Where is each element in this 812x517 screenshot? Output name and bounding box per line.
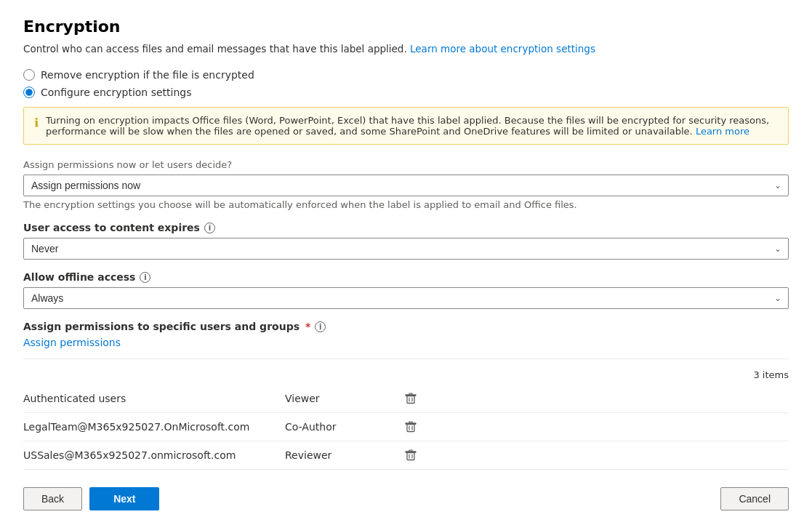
required-star: * — [305, 321, 310, 332]
assign-permissions-label: Assign permissions to specific users and… — [23, 321, 300, 332]
svg-rect-1 — [407, 396, 414, 404]
assign-permissions-label-row: Assign permissions to specific users and… — [23, 321, 789, 332]
table-divider — [23, 358, 789, 359]
warning-box: ℹ Turning on encryption impacts Office f… — [23, 107, 789, 145]
trash-icon-2 — [404, 449, 417, 462]
back-button[interactable]: Back — [23, 487, 82, 510]
user-access-label-row: User access to content expires i — [23, 222, 789, 233]
row-action-0 — [401, 390, 789, 406]
encryption-radio-group: Remove encryption if the file is encrypt… — [23, 69, 789, 98]
permissions-table: Authenticated users Viewer LegalTeam@M36… — [23, 385, 789, 470]
offline-access-label: Allow offline access — [23, 271, 135, 283]
delete-row-2-button[interactable] — [401, 447, 420, 463]
warning-learn-more-link[interactable]: Learn more — [696, 126, 749, 137]
permissions-dropdown-label: Assign permissions now or let users deci… — [23, 159, 789, 170]
radio-configure-encryption-input[interactable] — [23, 87, 35, 98]
offline-access-section: Allow offline access i Always Only for a… — [23, 271, 789, 309]
offline-access-info-icon[interactable]: i — [140, 272, 150, 283]
row-role-reviewer: Reviewer — [285, 449, 401, 461]
offline-access-dropdown[interactable]: Always Only for a number of days Never — [23, 287, 789, 309]
assign-permissions-link[interactable]: Assign permissions — [23, 337, 121, 348]
page-title: Encryption — [23, 17, 789, 36]
info-icon: ℹ — [34, 116, 39, 129]
table-row: USSales@M365x925027.onmicrosoft.com Revi… — [23, 441, 789, 470]
page-subtitle: Control who can access files and email m… — [23, 43, 789, 55]
user-access-dropdown[interactable]: Never On a specific date A number of day… — [23, 238, 789, 260]
row-role-coauthor: Co-Author — [285, 421, 401, 433]
row-action-2 — [401, 447, 789, 463]
row-role-viewer: Viewer — [285, 393, 401, 404]
user-access-info-icon[interactable]: i — [204, 223, 215, 233]
footer-right: Cancel — [720, 487, 789, 510]
radio-remove-encryption-input[interactable] — [23, 69, 35, 81]
trash-icon-0 — [404, 392, 417, 405]
offline-access-label-row: Allow offline access i — [23, 271, 789, 283]
row-name-ussales: USSales@M365x925027.onmicrosoft.com — [23, 449, 285, 461]
cancel-button[interactable]: Cancel — [720, 487, 789, 510]
trash-icon-1 — [404, 420, 417, 433]
row-action-1 — [401, 419, 789, 435]
row-name-legalteam: LegalTeam@M365x925027.OnMicrosoft.com — [23, 421, 285, 433]
permissions-dropdown[interactable]: Assign permissions now Let users assign … — [23, 175, 789, 196]
assign-permissions-info-icon[interactable]: i — [315, 321, 326, 332]
radio-remove-encryption[interactable]: Remove encryption if the file is encrypt… — [23, 69, 789, 81]
radio-configure-encryption[interactable]: Configure encryption settings — [23, 87, 789, 98]
permissions-dropdown-wrapper: Assign permissions now Let users assign … — [23, 175, 789, 196]
permissions-helper-text: The encryption settings you choose will … — [23, 199, 789, 210]
warning-text: Turning on encryption impacts Office fil… — [46, 115, 769, 137]
next-button[interactable]: Next — [89, 487, 159, 510]
table-row: LegalTeam@M365x925027.OnMicrosoft.com Co… — [23, 413, 789, 441]
items-count: 3 items — [23, 369, 789, 380]
offline-access-dropdown-wrapper: Always Only for a number of days Never ⌄ — [23, 287, 789, 309]
radio-configure-encryption-label[interactable]: Configure encryption settings — [41, 87, 192, 98]
delete-row-1-button[interactable] — [401, 419, 420, 435]
user-access-section: User access to content expires i Never O… — [23, 222, 789, 260]
user-access-dropdown-wrapper: Never On a specific date A number of day… — [23, 238, 789, 260]
delete-row-0-button[interactable] — [401, 390, 420, 406]
learn-more-encryption-link[interactable]: Learn more about encryption settings — [410, 43, 595, 55]
user-access-label: User access to content expires — [23, 222, 200, 233]
permissions-section: Assign permissions now or let users deci… — [23, 159, 789, 210]
svg-rect-5 — [407, 425, 414, 432]
assign-permissions-section: Assign permissions to specific users and… — [23, 321, 789, 348]
radio-remove-encryption-label[interactable]: Remove encryption if the file is encrypt… — [41, 69, 254, 81]
svg-rect-9 — [407, 453, 414, 460]
table-row: Authenticated users Viewer — [23, 385, 789, 413]
footer: Back Next Cancel — [23, 487, 789, 510]
row-name-authenticated: Authenticated users — [23, 393, 285, 404]
